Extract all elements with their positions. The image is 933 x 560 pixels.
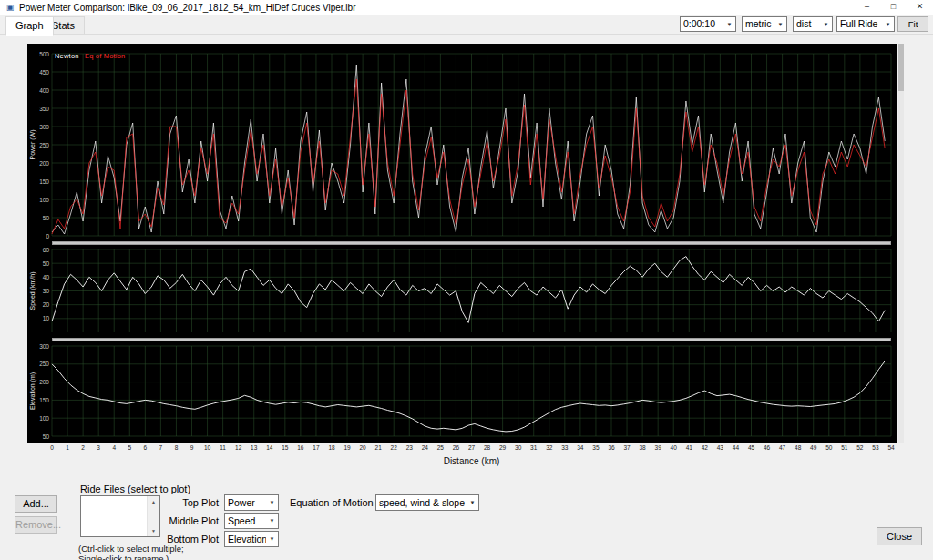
x-tick-label: 12: [235, 444, 241, 451]
speed-hscrollbar[interactable]: [52, 338, 891, 341]
x-tick-label: 15: [282, 444, 288, 451]
x-tick-label: 3: [97, 444, 100, 451]
x-tick-label: 35: [592, 444, 599, 451]
x-tick-label: 43: [717, 444, 723, 451]
window-controls: – □ ✕: [854, 0, 933, 15]
x-tick-label: 54: [887, 444, 894, 451]
chevron-down-icon: ▼: [466, 500, 478, 505]
middle-plot-label: Middle Plot: [137, 513, 219, 529]
y-tick-label: 50: [43, 433, 50, 440]
x-tick-label: 24: [422, 444, 428, 451]
power-chart[interactable]: 500450400350300250200150100500Power (W): [27, 51, 897, 239]
y-tick-label: 450: [39, 69, 49, 76]
x-tick-label: 6: [144, 444, 148, 451]
time-interval-combo[interactable]: 0:00:10 ▼: [680, 16, 736, 32]
y-tick-label: 60: [43, 247, 50, 253]
y-tick-label: 350: [39, 106, 49, 112]
x-mode-value: dist: [794, 17, 820, 31]
window-title: Power Meter Comparison: iBike_09_06_2017…: [19, 3, 355, 13]
chevron-down-icon: ▼: [266, 518, 278, 524]
x-tick-label: 46: [764, 444, 770, 451]
close-button[interactable]: Close: [877, 527, 922, 545]
elevation-chart[interactable]: 30025020015010050Elevation (m): [27, 343, 897, 440]
range-combo[interactable]: Full Ride ▼: [836, 16, 895, 32]
chevron-down-icon: ▼: [723, 22, 735, 27]
units-combo[interactable]: metric ▼: [742, 16, 787, 32]
graph-tab-page: 500450400350300250200150100500Power (W) …: [0, 34, 933, 560]
y-tick-label: 200: [39, 160, 49, 167]
x-tick-label: 7: [159, 444, 163, 451]
x-tick-label: 23: [406, 444, 413, 451]
maximize-icon[interactable]: □: [880, 0, 907, 15]
y-tick-label: 200: [39, 379, 49, 385]
y-tick-label: 150: [39, 178, 49, 185]
app-icon: ▣: [5, 2, 15, 13]
y-tick-label: 300: [39, 124, 49, 130]
remove-button[interactable]: Remove...: [15, 516, 57, 534]
chevron-down-icon: ▼: [266, 536, 278, 542]
x-tick-label: 14: [266, 444, 272, 451]
trace-newton: [52, 361, 885, 432]
top-plot-combo[interactable]: Power ▼: [224, 494, 279, 511]
x-mode-combo[interactable]: dist ▼: [793, 16, 833, 32]
speed-chart[interactable]: 605040302010Speed (km/h): [27, 247, 897, 336]
title-bar: ▣ Power Meter Comparison: iBike_09_06_20…: [0, 0, 933, 15]
x-tick-label: 39: [655, 444, 661, 451]
equation-of-motion-label: Equation of Motion: [290, 494, 374, 511]
middle-plot-combo[interactable]: Speed ▼: [224, 513, 279, 529]
plot-panel: 500450400350300250200150100500Power (W) …: [27, 44, 897, 443]
x-tick-label: 40: [671, 444, 677, 451]
y-tick-label: 250: [39, 361, 49, 367]
top-plot-value: Power: [225, 496, 266, 510]
units-value: metric: [743, 17, 774, 31]
x-tick-label: 50: [825, 444, 832, 451]
x-tick-label: 0: [50, 444, 54, 451]
time-interval-value: 0:00:10: [681, 17, 723, 31]
equation-of-motion-combo[interactable]: speed, wind & slope ▼: [375, 494, 479, 511]
x-tick-label: 44: [733, 444, 739, 451]
x-tick-label: 49: [810, 444, 816, 451]
close-icon[interactable]: ✕: [907, 0, 933, 15]
fit-plots-button[interactable]: Fit Plots: [897, 16, 928, 32]
y-tick-label: 50: [43, 215, 50, 221]
x-tick-label: 9: [190, 444, 194, 451]
bottom-plot-combo[interactable]: Elevation ▼: [224, 531, 279, 547]
plot-vscrollbar[interactable]: [898, 44, 904, 443]
tab-graph[interactable]: Graph: [5, 16, 54, 36]
chevron-down-icon: ▼: [882, 22, 894, 27]
x-tick-label: 13: [251, 444, 257, 451]
y-tick-label: 500: [39, 51, 49, 57]
y-axis-title: Power (W): [29, 129, 36, 159]
y-tick-label: 30: [43, 288, 50, 294]
legend-newton: Newton: [55, 52, 79, 60]
y-tick-label: 10: [43, 315, 50, 321]
x-tick-label: 21: [375, 444, 382, 451]
y-tick-label: 150: [39, 397, 49, 403]
middle-plot-value: Speed: [225, 514, 266, 528]
chevron-down-icon: ▼: [820, 22, 832, 27]
app-window: ▣ Power Meter Comparison: iBike_09_06_20…: [0, 0, 933, 560]
x-tick-label: 30: [515, 444, 521, 451]
trace-newton: [52, 257, 885, 323]
x-tick-label: 38: [639, 444, 645, 451]
x-tick-label: 42: [702, 444, 708, 451]
x-tick-label: 31: [530, 444, 537, 451]
power-hscrollbar[interactable]: [52, 241, 891, 245]
x-tick-label: 27: [468, 444, 475, 451]
y-tick-label: 400: [39, 87, 49, 94]
x-tick-label: 25: [437, 444, 444, 451]
x-tick-label: 16: [297, 444, 303, 451]
y-axis-title: Elevation (m): [29, 372, 36, 410]
y-tick-label: 100: [39, 415, 49, 422]
y-tick-label: 20: [43, 301, 50, 308]
add-button[interactable]: Add...: [15, 495, 57, 513]
x-tick-label: 29: [499, 444, 506, 451]
x-tick-label: 45: [748, 444, 754, 451]
scrollbar-thumb[interactable]: [898, 44, 904, 91]
x-tick-label: 33: [561, 444, 568, 451]
bottom-plot-label: Bottom Plot: [137, 531, 219, 547]
minimize-icon[interactable]: –: [854, 0, 880, 15]
x-tick-label: 34: [577, 444, 583, 451]
x-tick-label: 28: [484, 444, 490, 451]
x-tick-label: 19: [343, 444, 350, 451]
